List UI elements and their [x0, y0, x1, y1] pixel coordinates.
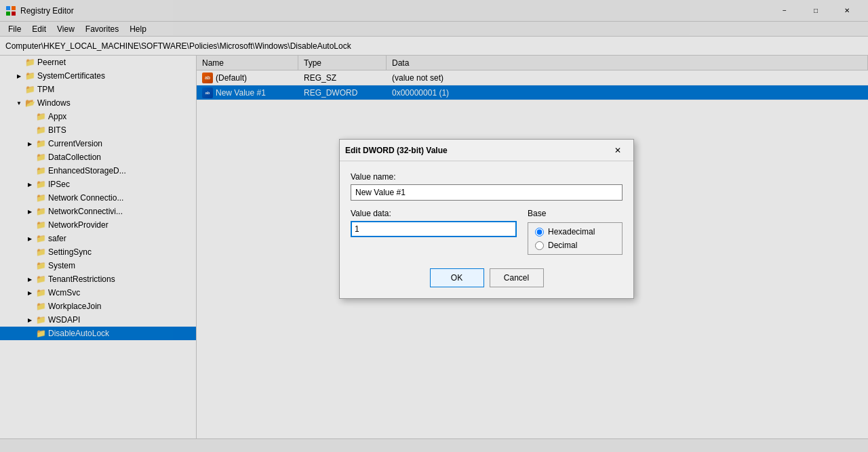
radio-hex-label: Hexadecimal — [548, 227, 595, 237]
cancel-button[interactable]: Cancel — [490, 268, 544, 287]
radio-dec-label: Decimal — [548, 241, 577, 250]
ok-button[interactable]: OK — [430, 268, 484, 287]
dialog-body: Value name: Value data: Base Hexadecimal — [340, 161, 633, 298]
base-label: Base — [528, 209, 623, 218]
modal-overlay: Edit DWORD (32-bit) Value ✕ Value name: … — [0, 0, 868, 452]
radio-hexadecimal[interactable]: Hexadecimal — [535, 227, 615, 237]
value-data-input[interactable] — [351, 221, 517, 237]
dialog-data-row: Value data: Base Hexadecimal Decimal — [351, 209, 623, 255]
dialog-value-data-section: Value data: — [351, 209, 517, 255]
dialog-buttons: OK Cancel — [351, 266, 623, 287]
radio-hex-input[interactable] — [535, 228, 544, 237]
dialog-titlebar: Edit DWORD (32-bit) Value ✕ — [340, 140, 633, 161]
dialog-title: Edit DWORD (32-bit) Value — [345, 146, 608, 155]
value-name-input[interactable] — [351, 184, 623, 201]
edit-dword-dialog: Edit DWORD (32-bit) Value ✕ Value name: … — [339, 139, 634, 299]
value-data-label: Value data: — [351, 209, 517, 218]
radio-dec-input[interactable] — [535, 241, 544, 250]
dialog-base-section: Base Hexadecimal Decimal — [528, 209, 623, 255]
radio-decimal[interactable]: Decimal — [535, 241, 615, 250]
dialog-close-button[interactable]: ✕ — [608, 142, 628, 159]
radio-group-base: Hexadecimal Decimal — [528, 222, 623, 255]
value-name-label: Value name: — [351, 172, 623, 182]
